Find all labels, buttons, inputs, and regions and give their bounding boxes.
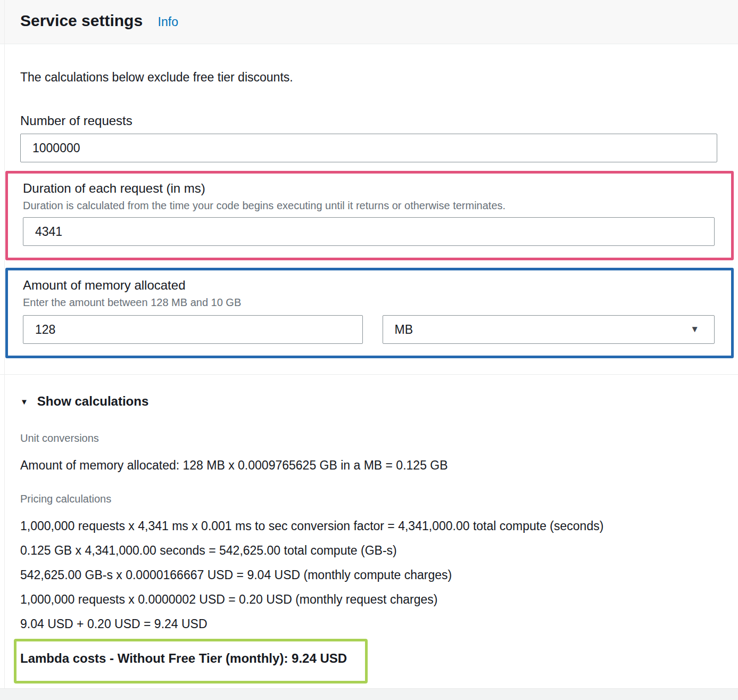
number-of-requests-input[interactable] bbox=[20, 134, 717, 162]
card-left-border bbox=[4, 0, 5, 700]
collapse-triangle-icon: ▼ bbox=[20, 397, 28, 406]
form-content: The calculations below exclude free tier… bbox=[0, 70, 738, 683]
section-header: Service settings Info bbox=[0, 0, 738, 44]
page-title: Service settings bbox=[20, 12, 143, 30]
dropdown-caret-icon: ▼ bbox=[690, 324, 699, 335]
service-settings-page: Service settings Info The calculations b… bbox=[0, 0, 738, 700]
pricing-line: 542,625.00 GB-s x 0.0000166667 USD = 9.0… bbox=[20, 568, 717, 582]
pricing-line: 0.125 GB x 4,341,000.00 seconds = 542,62… bbox=[20, 543, 717, 558]
number-of-requests-label: Number of requests bbox=[20, 113, 717, 128]
memory-label: Amount of memory allocated bbox=[23, 278, 715, 293]
duration-input[interactable] bbox=[23, 217, 715, 246]
memory-input-row: MB ▼ bbox=[23, 315, 715, 344]
lambda-total-cost: Lambda costs - Without Free Tier (monthl… bbox=[20, 651, 347, 665]
memory-amount-input[interactable] bbox=[23, 315, 363, 344]
memory-highlight-box: Amount of memory allocated Enter the amo… bbox=[5, 268, 734, 358]
bottom-strip bbox=[0, 688, 738, 700]
memory-unit-value: MB bbox=[395, 323, 413, 337]
info-link[interactable]: Info bbox=[158, 15, 178, 29]
duration-highlight-box: Duration of each request (in ms) Duratio… bbox=[5, 171, 734, 260]
free-tier-note: The calculations below exclude free tier… bbox=[20, 70, 717, 85]
unit-conversions-title: Unit conversions bbox=[20, 432, 717, 444]
unit-conversion-line: Amount of memory allocated: 128 MB x 0.0… bbox=[20, 458, 717, 473]
pricing-line: 1,000,000 requests x 0.0000002 USD = 0.2… bbox=[20, 592, 717, 607]
pricing-line: 1,000,000 requests x 4,341 ms x 0.001 ms… bbox=[20, 519, 717, 533]
section-divider bbox=[0, 374, 738, 375]
pricing-calculations-title: Pricing calculations bbox=[20, 493, 717, 505]
pricing-line: 9.04 USD + 0.20 USD = 9.24 USD bbox=[20, 617, 717, 631]
show-calculations-label: Show calculations bbox=[37, 394, 148, 409]
show-calculations-toggle[interactable]: ▼ Show calculations bbox=[20, 394, 717, 409]
memory-unit-select[interactable]: MB ▼ bbox=[383, 315, 715, 344]
total-cost-highlight-box: Lambda costs - Without Free Tier (monthl… bbox=[14, 639, 368, 683]
duration-helper-text: Duration is calculated from the time you… bbox=[23, 199, 715, 212]
duration-label: Duration of each request (in ms) bbox=[23, 181, 715, 196]
memory-helper-text: Enter the amount between 128 MB and 10 G… bbox=[23, 296, 715, 309]
